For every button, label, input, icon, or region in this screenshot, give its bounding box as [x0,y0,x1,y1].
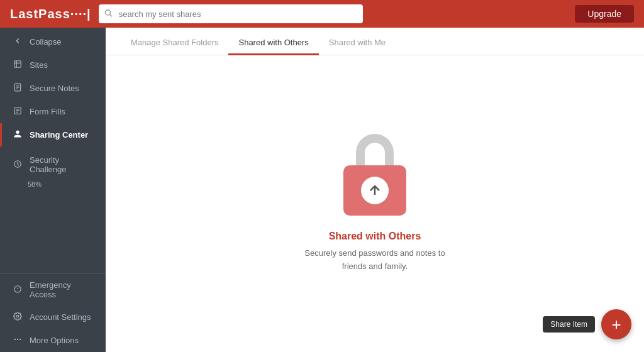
tab-shared-with-others[interactable]: Shared with Others [228,31,318,55]
svg-point-17 [16,315,19,317]
tab-shared-with-me[interactable]: Shared with Me [319,31,396,55]
more-options-icon [12,335,23,346]
sidebar-account-settings-label: Account Settings [30,312,91,322]
sidebar-item-more-options[interactable]: More Options [0,329,106,352]
sidebar-item-collapse[interactable]: Collapse [0,30,106,53]
sidebar-item-emergency-access[interactable]: Emergency Access [0,274,106,305]
account-settings-icon [12,312,23,322]
svg-point-19 [17,339,18,340]
fab-area: Share Item + [543,309,631,339]
topbar: LastPass····| Upgrade [0,0,644,28]
search-wrapper [99,4,363,23]
security-challenge-icon [12,160,23,170]
empty-state-title: Shared with Others [329,231,421,242]
svg-rect-2 [14,61,21,68]
lock-shackle [356,134,394,165]
share-item-tooltip: Share Item [543,316,595,333]
lock-illustration [337,134,413,216]
sidebar-security-challenge-label: Security Challenge [30,155,96,174]
search-icon [104,9,113,19]
svg-point-18 [14,339,16,340]
svg-line-1 [109,14,111,16]
sidebar-item-account-settings[interactable]: Account Settings [0,305,106,329]
emergency-access-icon [12,285,23,295]
upgrade-button[interactable]: Upgrade [575,5,634,23]
sidebar-bottom: Emergency Access Account Settings [0,273,106,352]
sidebar-collapse-label: Collapse [30,37,62,47]
tab-manage-shared-folders[interactable]: Manage Shared Folders [121,31,228,55]
sidebar-item-sites[interactable]: Sites [0,53,106,77]
sidebar: Collapse Sites Secure Notes [0,28,106,352]
lock-arrow-circle [361,177,389,204]
sidebar-item-sharing-center[interactable]: Sharing Center [0,123,106,146]
search-input[interactable] [99,4,363,23]
empty-state-description: Securely send passwords and notes to fri… [304,247,445,273]
sidebar-sharing-center-label: Sharing Center [30,130,88,140]
sites-icon [12,60,23,70]
sidebar-item-security-challenge[interactable]: Security Challenge [0,149,106,180]
sidebar-item-secure-notes[interactable]: Secure Notes [0,77,106,100]
sharing-center-icon [12,129,23,140]
form-fills-icon [12,106,23,117]
sidebar-item-form-fills[interactable]: Form Fills [0,100,106,123]
empty-state: Shared with Others Securely send passwor… [106,55,644,352]
svg-point-20 [19,339,21,340]
sidebar-emergency-access-label: Emergency Access [30,280,96,299]
tabs-bar: Manage Shared Folders Shared with Others… [106,28,644,55]
svg-point-0 [105,10,110,15]
lock-body [343,165,406,216]
sidebar-secure-notes-label: Secure Notes [30,84,79,93]
sidebar-form-fills-label: Form Fills [30,107,65,116]
collapse-icon [12,36,23,47]
lastpass-logo: LastPass····| [10,7,91,21]
secure-notes-icon [12,83,23,94]
sidebar-more-options-label: More Options [30,336,79,345]
security-challenge-badge: 58% [0,180,106,190]
sidebar-sites-label: Sites [30,60,48,70]
content-area: Manage Shared Folders Shared with Others… [106,28,644,352]
share-item-fab-button[interactable]: + [601,309,631,339]
main-layout: Collapse Sites Secure Notes [0,28,644,352]
